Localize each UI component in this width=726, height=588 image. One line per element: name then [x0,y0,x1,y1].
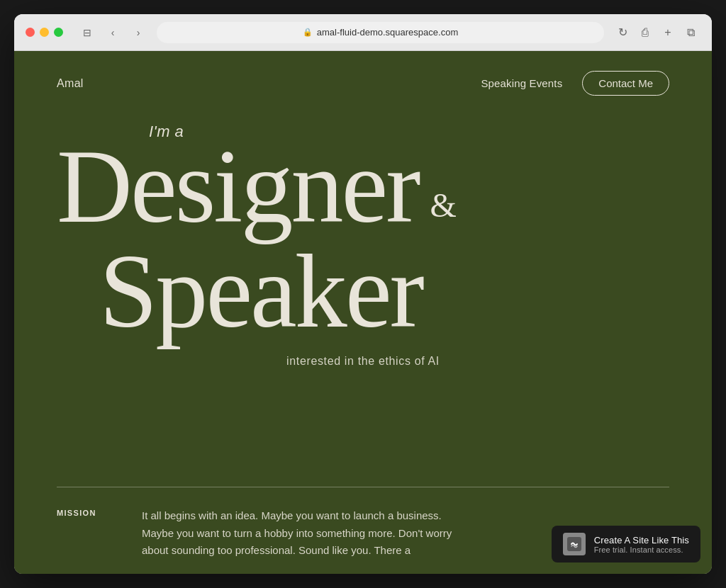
tabs-button[interactable]: ⧉ [681,23,700,43]
share-button[interactable]: ⎙ [635,23,655,43]
website: Amal Speaking Events Contact Me I'm a De… [14,51,712,574]
squarespace-banner[interactable]: Create A Site Like This Free trial. Inst… [552,526,700,562]
speaking-events-link[interactable]: Speaking Events [481,77,562,89]
forward-button[interactable]: › [128,23,148,43]
traffic-lights [26,28,63,37]
nav-right: Speaking Events Contact Me [481,71,669,96]
sidebar-toggle-button[interactable]: ⊟ [77,23,97,43]
refresh-button[interactable]: ↻ [613,23,632,43]
site-logo[interactable]: Amal [57,77,84,90]
browser-chrome: ⊟ ‹ › 🔒 amal-fluid-demo.squarespace.com … [14,14,712,51]
hero-headline: Designer & Speaker [57,134,669,344]
squarespace-main-text: Create A Site Like This [594,535,689,545]
hero-line2: Speaker [99,239,669,344]
hero-line1: Designer & [57,134,669,239]
mission-text: It all begins with an idea. Maybe you wa… [142,507,468,560]
back-button[interactable]: ‹ [103,23,123,43]
url-text: amal-fluid-demo.squarespace.com [317,27,458,38]
maximize-button[interactable] [54,28,63,37]
close-button[interactable] [26,28,35,37]
hero-section: I'm a Designer & Speaker interested in t… [14,115,712,487]
hero-designer-text: Designer [57,134,419,239]
hero-ampersand: & [430,186,457,225]
lock-icon: 🔒 [303,28,313,37]
add-tab-button[interactable]: + [658,23,678,43]
browser-window: ⊟ ‹ › 🔒 amal-fluid-demo.squarespace.com … [14,14,712,574]
navigation: Amal Speaking Events Contact Me [14,51,712,115]
contact-me-button[interactable]: Contact Me [582,71,669,96]
address-bar[interactable]: 🔒 amal-fluid-demo.squarespace.com [157,22,604,43]
browser-actions: ↻ ⎙ + ⧉ [613,23,700,43]
minimize-button[interactable] [40,28,49,37]
squarespace-logo-icon [563,533,586,555]
browser-controls: ⊟ ‹ › [77,23,148,43]
mission-label: MISSION [57,507,113,560]
hero-subtitle-text: interested in the ethics of AI [57,355,669,368]
hero-speaker-text: Speaker [99,233,423,349]
squarespace-sub-text: Free trial. Instant access. [594,545,689,554]
squarespace-banner-text: Create A Site Like This Free trial. Inst… [594,535,689,554]
hero-container: I'm a Designer & Speaker interested in t… [14,115,712,574]
